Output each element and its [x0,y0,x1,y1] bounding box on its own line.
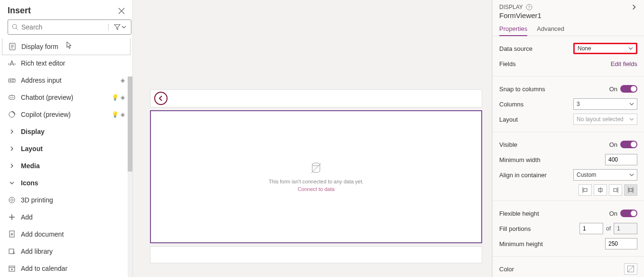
chevron-down-icon [121,25,126,29]
icon-item-3d-printing[interactable]: 3D printing [0,191,132,209]
chevron-right-icon[interactable] [631,4,637,10]
list-item-rich-text[interactable]: Rich text editor [0,55,132,72]
control-title: FormViewer1 [493,11,644,22]
label-align: Align in container [499,172,547,179]
list-item-label: Add [21,213,125,221]
insert-list: Display form Rich text editor Address in… [0,38,132,277]
group-label: Layout [21,145,125,153]
group-layout[interactable]: Layout [0,140,132,157]
screen[interactable]: This form isn't connected to any data ye… [150,89,482,272]
align-select[interactable]: Custom [573,169,637,181]
add-icon [8,213,16,221]
app-bar[interactable] [150,89,482,107]
insert-toolbar: ⋮ [0,19,132,38]
chevron-down-icon [629,172,634,177]
svg-line-3 [16,28,18,30]
label-fill-portions: Fill portions [499,225,531,232]
group-media[interactable]: Media [0,157,132,174]
icon-item-add-library[interactable]: Add library [0,243,132,260]
edit-fields-link[interactable]: Edit fields [611,60,637,67]
group-label: Media [21,162,125,170]
label-snap: Snap to columns [499,86,545,93]
data-source-value: None [578,45,591,52]
premium-icon: ◈ [121,77,125,84]
properties-tabs: Properties Advanced [493,22,644,36]
layout-value: No layout selected [577,116,624,123]
chevron-right-icon [8,129,16,134]
columns-select[interactable]: 3 [573,98,637,110]
add-library-icon [8,248,16,255]
insert-panel: Insert ⋮ Display form Rich text editor [0,0,133,277]
list-item-label: Add to calendar [21,265,125,272]
data-source-select[interactable]: None [573,43,637,54]
arrow-left-icon [158,95,164,102]
premium-icon: ◈ [121,111,125,118]
tab-properties[interactable]: Properties [499,22,527,36]
chevron-down-icon [628,46,633,51]
min-width-input[interactable] [605,154,637,165]
toggle-state: On [609,86,617,93]
rich-text-icon [8,59,16,67]
align-left-button[interactable] [579,184,592,196]
copilot-icon [8,111,16,118]
snap-toggle[interactable]: On [609,85,637,93]
flex-height-toggle[interactable]: On [609,210,637,217]
visible-toggle[interactable]: On [609,141,637,148]
idea-icon: 💡 [112,94,119,101]
close-icon[interactable] [118,8,125,14]
chatbot-icon [8,94,16,101]
filter-button[interactable] [108,24,131,30]
filter-icon [114,24,121,30]
properties-header: DISPLAY ? [493,0,644,11]
icon-item-add-document[interactable]: Add document [0,226,132,243]
color-picker[interactable] [624,263,637,275]
svg-rect-13 [9,96,15,99]
address-input-icon [8,76,16,84]
add-document-icon [8,230,16,238]
chevron-down-icon [629,102,634,106]
search-input-wrap[interactable] [8,19,131,35]
list-item-label: Copilot (preview) [21,111,107,118]
list-item-label: Add document [21,230,125,238]
add-calendar-icon [8,265,16,272]
search-icon [12,24,19,30]
label-columns: Columns [499,101,523,108]
label-layout: Layout [499,116,518,123]
svg-point-10 [10,80,11,81]
svg-point-14 [10,97,11,98]
group-display[interactable]: Display [0,123,132,140]
label-color: Color [499,266,514,273]
align-right-button[interactable] [609,184,622,196]
list-item-chatbot[interactable]: Chatbot (preview) 💡◈ [0,89,132,106]
label-min-height: Minimum height [499,240,543,248]
list-item-copilot[interactable]: Copilot (preview) 💡◈ [0,106,132,123]
align-stretch-button[interactable] [624,184,637,196]
fill-value-input[interactable] [579,223,603,234]
svg-rect-39 [584,189,587,191]
layout-select[interactable]: No layout selected [573,114,637,125]
list-item-address-input[interactable]: Address input ◈ [0,72,132,89]
group-icons[interactable]: Icons [0,174,132,191]
breadcrumb: DISPLAY [499,4,523,10]
list-item-display-form[interactable]: Display form [2,38,131,55]
min-height-input[interactable] [605,238,637,249]
canvas-footer[interactable] [150,246,482,263]
icon-item-add-calendar[interactable]: Add to calendar [0,260,132,277]
align-center-button[interactable] [594,184,607,196]
tab-advanced[interactable]: Advanced [537,22,564,36]
back-button[interactable] [154,92,168,105]
search-input[interactable] [21,23,104,31]
connect-data-link[interactable]: Connect to data [298,186,335,192]
label-fields: Fields [499,60,516,67]
canvas: This form isn't connected to any data ye… [133,0,492,277]
form-viewer[interactable]: This form isn't connected to any data ye… [150,110,482,243]
label-of: of [606,225,611,232]
scrollbar[interactable] [128,76,132,277]
help-icon[interactable]: ? [526,4,532,10]
fill-total-input [614,223,637,234]
chevron-right-icon [8,163,16,169]
icon-item-add[interactable]: Add [0,209,132,226]
columns-value: 3 [577,101,580,107]
svg-text:?: ? [528,5,530,10]
3d-printing-icon [8,196,16,204]
